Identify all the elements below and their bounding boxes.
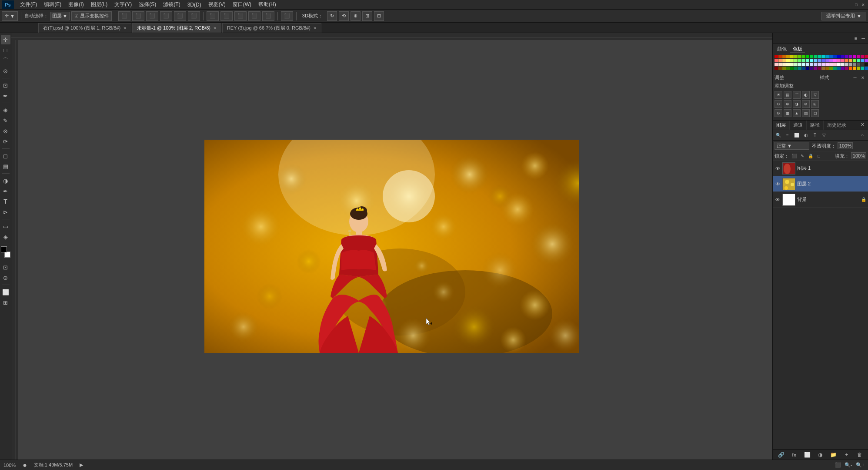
swatch[interactable]: [794, 59, 798, 62]
minimize-button[interactable]: ─: [846, 2, 852, 8]
crop-tool[interactable]: ⊡: [1, 81, 10, 90]
swatch[interactable]: [810, 55, 813, 58]
lock-position-btn[interactable]: ✎: [799, 152, 806, 159]
swatch[interactable]: [802, 63, 805, 66]
swatch[interactable]: [775, 59, 778, 62]
tab-0[interactable]: 石(T).psd @ 100% (图层 1, RGB/8#) ✕: [38, 23, 131, 33]
gradient-tool[interactable]: ▤: [1, 161, 10, 171]
swatch[interactable]: [794, 63, 798, 66]
swatch[interactable]: [821, 55, 825, 58]
swatch[interactable]: [802, 67, 805, 70]
swatch[interactable]: [865, 55, 868, 58]
swatch[interactable]: [845, 63, 848, 66]
channelmix-adj-btn[interactable]: ⊞: [811, 100, 819, 108]
swatch[interactable]: [818, 63, 821, 66]
swatch[interactable]: [818, 67, 821, 70]
quick-mask-icon[interactable]: ⊙: [1, 273, 10, 282]
swatch[interactable]: [790, 67, 794, 70]
tab-2[interactable]: REY (3).jpg @ 66.7% (图层 0, RGB/8#) ✕: [222, 23, 321, 33]
swatch[interactable]: [849, 63, 852, 66]
distribute-1-btn[interactable]: ⬛: [207, 11, 219, 21]
swatch[interactable]: [794, 55, 798, 58]
swatch[interactable]: [786, 63, 790, 66]
swatch[interactable]: [782, 55, 786, 58]
3d-tool[interactable]: ◈: [1, 232, 10, 242]
swatch[interactable]: [837, 59, 841, 62]
brightness-adj-btn[interactable]: ☀: [775, 91, 782, 99]
panel-collapse-btn[interactable]: ─: [860, 36, 866, 41]
swatch[interactable]: [845, 67, 848, 70]
swatch[interactable]: [802, 55, 805, 58]
swatch[interactable]: [825, 55, 829, 58]
swatch[interactable]: [814, 67, 817, 70]
layer-filter-text-btn[interactable]: T: [811, 131, 819, 139]
color-tab-swatches[interactable]: 色板: [790, 45, 805, 53]
swatch[interactable]: [849, 55, 852, 58]
photofilter-adj-btn[interactable]: ⊗: [802, 100, 810, 108]
swatch[interactable]: [837, 67, 841, 70]
swatch[interactable]: [790, 55, 794, 58]
spacing-btn[interactable]: ⬛: [281, 11, 293, 21]
frame-tool[interactable]: ⊞: [1, 298, 10, 307]
distribute-2-btn[interactable]: ⬛: [220, 11, 233, 21]
pen-tool[interactable]: ✒: [1, 186, 10, 196]
swatch[interactable]: [849, 67, 852, 70]
opacity-input[interactable]: 100%: [838, 142, 853, 149]
zoom-out-btn[interactable]: 🔍-: [845, 462, 852, 468]
swatch[interactable]: [837, 55, 841, 58]
layers-tab-channels[interactable]: 通道: [790, 121, 807, 130]
3d-scale-btn[interactable]: ⊟: [374, 11, 384, 21]
marquee-tool[interactable]: □: [1, 45, 10, 55]
swatch[interactable]: [814, 59, 817, 62]
swatch[interactable]: [861, 55, 864, 58]
3d-rotate-btn[interactable]: ↻: [327, 11, 337, 21]
3d-slide-btn[interactable]: ⊞: [362, 11, 372, 21]
align-left-btn[interactable]: ⬛: [118, 11, 130, 21]
swatch[interactable]: [806, 55, 809, 58]
layer-item-bg[interactable]: 👁 背景 🔒: [773, 192, 868, 208]
swatch[interactable]: [865, 59, 868, 62]
swatch[interactable]: [857, 63, 860, 66]
layer-item-1[interactable]: 👁 图层 1: [773, 161, 868, 176]
screen-mode-icon[interactable]: ⬜: [1, 287, 10, 297]
swatch[interactable]: [810, 67, 813, 70]
swatch[interactable]: [865, 67, 868, 70]
menu-help[interactable]: 帮助(H): [255, 0, 280, 9]
swatch[interactable]: [829, 63, 833, 66]
swatch[interactable]: [806, 67, 809, 70]
curves-adj-btn[interactable]: ⌒: [793, 91, 801, 99]
standard-mode-icon[interactable]: ⊡: [1, 262, 10, 272]
swatch[interactable]: [837, 63, 841, 66]
show-controls-btn[interactable]: ☑ 显示变换控件: [71, 11, 112, 21]
vibrance-adj-btn[interactable]: ▽: [811, 91, 819, 99]
menu-window[interactable]: 窗口(W): [229, 0, 255, 9]
add-group-btn[interactable]: 📁: [830, 451, 838, 459]
layer-search-icon[interactable]: 🔍: [775, 131, 782, 139]
align-bottom-btn[interactable]: ⬛: [188, 11, 200, 21]
text-tool[interactable]: T: [1, 197, 10, 206]
swatch[interactable]: [861, 63, 864, 66]
clone-stamp-tool[interactable]: ⊗: [1, 126, 10, 136]
bw-adj-btn[interactable]: ◑: [793, 100, 801, 108]
add-adj-btn[interactable]: ◑: [816, 451, 824, 459]
layers-tab-paths[interactable]: 路径: [807, 121, 824, 130]
distribute-4-btn[interactable]: ⬛: [248, 11, 260, 21]
menu-text[interactable]: 文字(Y): [111, 0, 135, 9]
spot-heal-tool[interactable]: ⊕: [1, 105, 10, 115]
swatch[interactable]: [841, 55, 845, 58]
swatch[interactable]: [790, 63, 794, 66]
threshold-adj-btn[interactable]: ▲: [793, 109, 801, 117]
add-link-btn[interactable]: 🔗: [777, 451, 785, 459]
distribute-3-btn[interactable]: ⬛: [234, 11, 247, 21]
swatch[interactable]: [782, 59, 786, 62]
swatch[interactable]: [778, 63, 782, 66]
swatch[interactable]: [778, 67, 782, 70]
swatch[interactable]: [790, 59, 794, 62]
swatch[interactable]: [833, 63, 837, 66]
layers-tab-close[interactable]: ✕: [857, 121, 868, 130]
layer-filter-adj-btn[interactable]: ◐: [802, 131, 810, 139]
swatch[interactable]: [853, 59, 856, 62]
swatch[interactable]: [825, 63, 829, 66]
maximize-button[interactable]: □: [853, 2, 859, 8]
history-brush-tool[interactable]: ⟳: [1, 137, 10, 146]
